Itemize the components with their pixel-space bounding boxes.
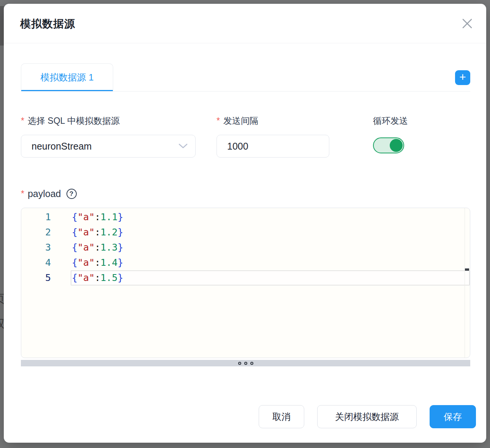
dialog-footer: 取消 关闭模拟数据源 保存 (259, 405, 476, 428)
resize-dots-icon (250, 362, 253, 365)
code-line-content: {"a":1.5} (71, 270, 470, 286)
background-text-fragment: 双 (0, 318, 4, 330)
token-brace: } (117, 211, 123, 222)
token-number: 1.5 (100, 272, 117, 283)
token-key: "a" (77, 242, 95, 253)
background-text-fragment: 页 (0, 293, 4, 304)
payload-code-editor[interactable]: 1 {"a":1.1} 2 {"a":1.2} 3 {"a":1.3} 4 {"… (21, 208, 470, 358)
save-button[interactable]: 保存 (430, 405, 476, 428)
token-number: 1.4 (100, 257, 117, 268)
background-element-fragment (0, 6, 4, 46)
code-line-content: {"a":1.2} (71, 225, 470, 240)
required-asterisk: * (217, 116, 220, 126)
token-key: "a" (77, 227, 95, 238)
datasource-selected-value: neuronStream (32, 141, 179, 152)
close-icon[interactable] (458, 14, 476, 33)
token-number: 1.2 (100, 227, 117, 238)
required-asterisk: * (21, 189, 24, 199)
payload-label-text: payload (28, 188, 61, 199)
code-line-active: 5 {"a":1.5} (21, 270, 470, 286)
line-number: 4 (21, 255, 71, 270)
interval-input[interactable] (217, 135, 329, 158)
token-brace: { (72, 227, 77, 238)
datasource-field-label: * 选择 SQL 中模拟数据源 (21, 115, 120, 127)
token-number: 1.3 (100, 242, 117, 253)
plus-icon: + (459, 70, 466, 84)
dialog-header: 模拟数据源 (4, 4, 486, 43)
datasource-select[interactable]: neuronStream (21, 135, 196, 158)
loop-label-text: 循环发送 (373, 115, 408, 127)
token-colon: : (95, 242, 100, 253)
line-number: 3 (21, 240, 71, 255)
token-brace: } (117, 242, 123, 253)
token-brace: { (72, 257, 77, 268)
cancel-button[interactable]: 取消 (259, 405, 304, 428)
token-brace: } (117, 257, 123, 268)
editor-scrollbar-track (465, 208, 465, 358)
code-line: 4 {"a":1.4} (21, 255, 470, 270)
dialog-title: 模拟数据源 (20, 17, 75, 31)
close-mock-datasource-button[interactable]: 关闭模拟数据源 (317, 405, 417, 428)
interval-field-label: * 发送间隔 (217, 115, 258, 127)
token-number: 1.1 (100, 211, 117, 222)
line-number: 2 (21, 225, 71, 240)
token-colon: : (95, 272, 100, 283)
token-brace: { (72, 211, 77, 222)
tabs-bar: 模拟数据源 1 + (21, 63, 470, 91)
code-line-content: {"a":1.4} (71, 255, 470, 270)
token-colon: : (95, 257, 100, 268)
resize-dots-icon (238, 362, 241, 365)
mock-datasource-dialog: 模拟数据源 模拟数据源 1 + * 选择 SQL 中模拟数据源 * 发送间隔 循… (4, 4, 486, 443)
chevron-down-icon (179, 144, 188, 149)
toggle-knob (390, 139, 403, 152)
required-asterisk: * (21, 116, 24, 126)
token-key: "a" (77, 211, 95, 222)
cursor-position-marker (465, 268, 469, 271)
token-colon: : (95, 227, 100, 238)
line-number: 5 (21, 270, 71, 286)
code-line: 3 {"a":1.3} (21, 240, 470, 255)
token-brace: } (117, 227, 123, 238)
question-mark-glyph: ? (70, 190, 73, 198)
payload-field-label: * payload ? (21, 188, 77, 199)
token-colon: : (95, 211, 100, 222)
token-brace: } (117, 272, 123, 283)
code-line: 2 {"a":1.2} (21, 225, 470, 240)
loop-field-label: 循环发送 (373, 115, 408, 127)
active-tab-underline (21, 90, 113, 91)
code-line-content: {"a":1.3} (71, 240, 470, 255)
token-brace: { (72, 242, 77, 253)
loop-toggle[interactable] (373, 137, 404, 153)
add-datasource-button[interactable]: + (455, 70, 470, 85)
editor-resize-handle[interactable] (21, 360, 470, 366)
token-key: "a" (77, 257, 95, 268)
help-icon[interactable]: ? (66, 189, 77, 199)
tab-mock-datasource-1[interactable]: 模拟数据源 1 (21, 63, 113, 91)
dimmed-background-page: a o 页 双 (0, 0, 4, 448)
code-line-content: {"a":1.1} (71, 210, 470, 225)
tab-label: 模拟数据源 1 (40, 71, 93, 84)
line-number: 1 (21, 210, 71, 225)
token-brace: { (72, 272, 77, 283)
code-line: 1 {"a":1.1} (21, 210, 470, 225)
datasource-label-text: 选择 SQL 中模拟数据源 (28, 115, 120, 127)
resize-dots-icon (244, 362, 247, 365)
token-key: "a" (77, 272, 95, 283)
interval-label-text: 发送间隔 (223, 115, 258, 127)
